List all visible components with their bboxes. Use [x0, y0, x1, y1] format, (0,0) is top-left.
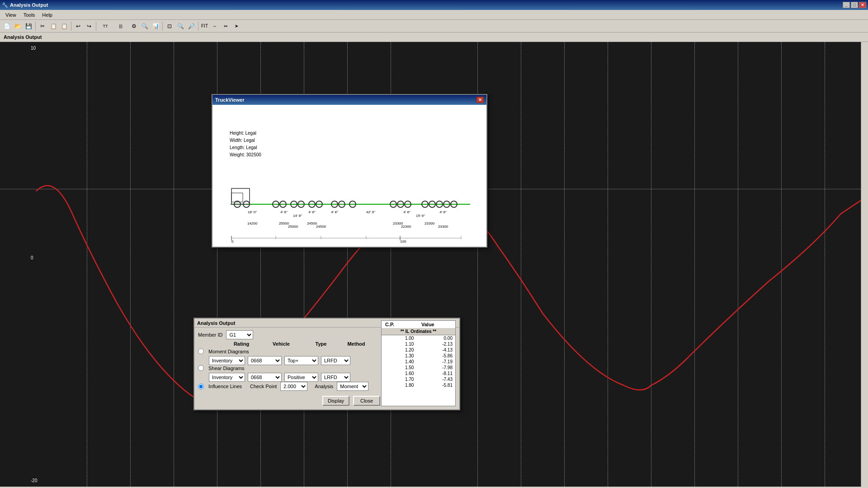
- title-bar: 🔧 Analysis Output _ □ ✕: [0, 0, 868, 10]
- shear-vehicle-select[interactable]: 0668: [248, 373, 282, 382]
- check-point-label: Check Point: [250, 384, 277, 389]
- truck-info: Height: Legal Width: Legal Length: Legal…: [230, 130, 261, 159]
- tb-fit-label: FIT: [200, 23, 209, 28]
- moment-type-select[interactable]: Top+ Top- Bottom+ Bottom-: [284, 356, 318, 365]
- tb-btn3[interactable]: ⚙: [129, 21, 139, 31]
- tb-sep3: [96, 22, 96, 31]
- il-table-row: 1.20-4.13: [382, 347, 455, 353]
- ao-title: Analysis Output: [197, 320, 235, 326]
- main-scrollbar[interactable]: [861, 42, 868, 487]
- svg-text:15' 6": 15' 6": [416, 214, 425, 218]
- tb-sep4: [162, 22, 163, 31]
- truck-viewer-close-button[interactable]: ✕: [476, 97, 484, 103]
- svg-text:14200: 14200: [247, 221, 258, 225]
- app-title: Analysis Output: [10, 2, 48, 8]
- rating-col-header: Rating: [223, 341, 259, 347]
- shear-method-select[interactable]: LRFD LFD ASD: [321, 373, 350, 382]
- tb-cut[interactable]: ✂: [38, 21, 47, 31]
- tb-fit-btn[interactable]: ↔: [210, 21, 220, 31]
- value-header: Value: [421, 322, 434, 327]
- il-ordinates-table: C.P. Value ** IL Ordinates ** 1.000.001.…: [381, 320, 456, 406]
- truck-diagram-svg: 16' 0" 4' 6" 14' 8" 4' 6" 4' 6" 42' 6" 4…: [222, 168, 479, 247]
- svg-text:22300: 22300: [401, 225, 411, 229]
- member-id-select[interactable]: G1 G2 G3: [226, 330, 253, 339]
- vehicle-col-header: Vehicle: [263, 341, 299, 347]
- maximize-button[interactable]: □: [851, 2, 858, 8]
- tb-sep1: [35, 22, 36, 31]
- moment-diagrams-label: Moment Diagrams: [208, 349, 249, 354]
- svg-text:14' 8": 14' 8": [293, 214, 302, 218]
- il-column-headers: C.P. Value: [382, 321, 455, 328]
- minimize-button[interactable]: _: [843, 2, 850, 8]
- menu-help[interactable]: Help: [38, 11, 56, 19]
- tb-btn2[interactable]: |||: [113, 21, 128, 31]
- tb-redo[interactable]: ↪: [84, 21, 94, 31]
- shear-rating-select[interactable]: Inventory Operating: [209, 373, 245, 382]
- moment-rating-select[interactable]: Inventory Operating: [209, 356, 245, 365]
- tb-undo[interactable]: ↩: [73, 21, 83, 31]
- il-table-row: 1.10-2.13: [382, 341, 455, 347]
- tb-new[interactable]: 📄: [2, 21, 12, 31]
- svg-text:4' 6": 4' 6": [403, 210, 410, 214]
- il-table-row: 1.70-7.43: [382, 376, 455, 382]
- shear-type-select[interactable]: Positive Negative: [284, 373, 318, 382]
- tb-zoom-in[interactable]: 🔍: [175, 21, 185, 31]
- tb-btn1[interactable]: TT: [98, 21, 113, 31]
- influence-lines-radio[interactable]: [198, 384, 204, 389]
- svg-text:4' 6": 4' 6": [280, 210, 288, 214]
- svg-text:4' 6": 4' 6": [331, 210, 338, 214]
- analysis-select[interactable]: Moment Shear: [337, 382, 368, 391]
- il-table-row: 1.30-5.86: [382, 353, 455, 359]
- svg-text:0: 0: [231, 239, 234, 244]
- truck-viewer-title: TruckViewer: [215, 97, 245, 103]
- member-id-label: Member ID: [198, 332, 222, 338]
- close-button[interactable]: ✕: [859, 2, 866, 8]
- menu-view[interactable]: View: [2, 11, 20, 19]
- il-table-row: 1.80-5.81: [382, 382, 455, 388]
- tb-paste[interactable]: 📋: [59, 21, 69, 31]
- check-point-select[interactable]: 2.000 1.000 3.000: [280, 382, 307, 391]
- cp-header: C.P.: [385, 322, 394, 327]
- influence-lines-label: Influence Lines: [208, 384, 242, 389]
- type-col-header: Type: [303, 341, 339, 347]
- truck-viewer-title-bar[interactable]: TruckViewer ✕: [212, 95, 486, 105]
- svg-text:4' 6": 4' 6": [308, 210, 316, 214]
- svg-text:23300: 23300: [425, 221, 435, 225]
- tb-sep5: [198, 22, 198, 31]
- tb-btn4[interactable]: 🔍: [140, 21, 150, 31]
- tb-save[interactable]: 💾: [24, 21, 33, 31]
- toolbar: 📄 📂 💾 ✂ 📋 📋 ↩ ↪ TT ||| ⚙ 🔍 📊 ⊡ 🔍 🔎 FIT ↔…: [0, 20, 868, 33]
- shear-diagrams-radio[interactable]: [198, 365, 204, 371]
- svg-text:4' 6": 4' 6": [439, 210, 447, 214]
- tb-select[interactable]: ⊡: [165, 21, 175, 31]
- svg-text:24500: 24500: [316, 225, 326, 229]
- tb-btn5[interactable]: 📊: [151, 21, 160, 31]
- moment-method-select[interactable]: LRFD LFD ASD: [321, 356, 350, 365]
- tb-open[interactable]: 📂: [13, 21, 23, 31]
- il-table-row: 1.60-8.11: [382, 371, 455, 376]
- display-button[interactable]: Display: [322, 396, 349, 406]
- il-table-body[interactable]: 1.000.001.10-2.131.20-4.131.30-5.861.40-…: [382, 335, 455, 406]
- il-table-row: 1.40-7.19: [382, 359, 455, 365]
- svg-text:100: 100: [400, 239, 406, 244]
- truck-length: Length: Legal: [230, 144, 261, 151]
- tb-zoom-out[interactable]: 🔎: [186, 21, 196, 31]
- il-ordinates-header: ** IL Ordinates **: [382, 328, 455, 335]
- truck-height: Height: Legal: [230, 130, 261, 137]
- tb-move[interactable]: ⇔: [221, 21, 231, 31]
- menu-tools[interactable]: Tools: [20, 11, 39, 19]
- analysis-output-header: Analysis Output: [0, 33, 868, 42]
- svg-text:42' 6": 42' 6": [366, 210, 375, 214]
- il-table-row: 1.000.00: [382, 335, 455, 341]
- moment-vehicle-select[interactable]: 0668: [248, 356, 282, 365]
- svg-text:16' 0": 16' 0": [248, 210, 257, 214]
- close-dialog-button[interactable]: Close: [353, 396, 380, 406]
- method-col-header: Method: [343, 341, 370, 347]
- tb-arrow[interactable]: ➤: [231, 21, 241, 31]
- analysis-output-dialog: Analysis Output Member ID G1 G2 G3 Ratin…: [193, 318, 460, 410]
- shear-diagrams-label: Shear Diagrams: [208, 366, 244, 371]
- moment-diagrams-radio[interactable]: [198, 348, 204, 354]
- tb-copy[interactable]: 📋: [48, 21, 58, 31]
- analysis-label: Analysis: [315, 384, 333, 389]
- truck-weight: Weight: 302500: [230, 151, 261, 159]
